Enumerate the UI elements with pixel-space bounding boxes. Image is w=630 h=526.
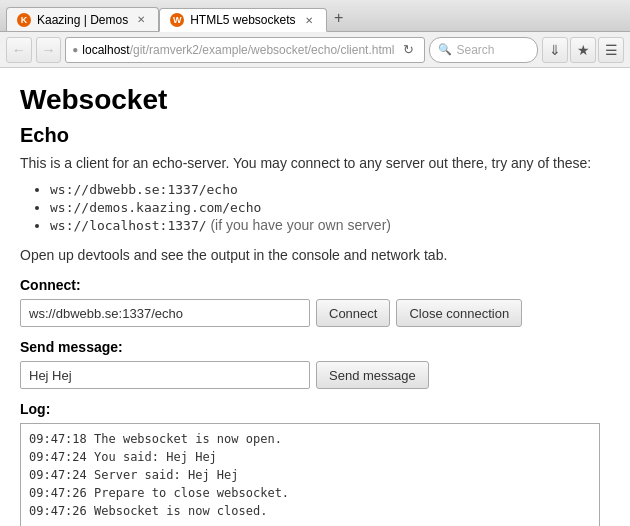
echo-heading: Echo xyxy=(20,124,610,147)
page-title: Websocket xyxy=(20,84,610,116)
send-label: Send message: xyxy=(20,339,610,355)
address-bar-wrapper[interactable]: ● localhost/git/ramverk2/example/websock… xyxy=(65,37,425,63)
tab-websockets[interactable]: W HTML5 websockets ✕ xyxy=(159,8,326,32)
tab-kaazing-close[interactable]: ✕ xyxy=(134,13,148,27)
server-list: ws://dbwebb.se:1337/echo ws://demos.kaaz… xyxy=(50,181,610,233)
search-icon: 🔍 xyxy=(438,43,452,56)
browser-title-bar: K Kaazing | Demos ✕ W HTML5 websockets ✕… xyxy=(0,0,630,32)
connect-input[interactable] xyxy=(20,299,310,327)
tab-websockets-close[interactable]: ✕ xyxy=(302,13,316,27)
nav-action-buttons: ⇓ ★ ☰ xyxy=(542,37,624,63)
server-note: (if you have your own server) xyxy=(210,217,391,233)
refresh-button[interactable]: ↻ xyxy=(398,40,418,60)
server-url-2: ws://demos.kaazing.com/echo xyxy=(50,200,261,215)
forward-button[interactable]: → xyxy=(36,37,62,63)
connect-section: Connect: Connect Close connection xyxy=(20,277,610,327)
send-message-button[interactable]: Send message xyxy=(316,361,429,389)
tab-kaazing-icon: K xyxy=(17,13,31,27)
search-placeholder: Search xyxy=(456,43,494,57)
address-path: /git/ramverk2/example/websocket/echo/cli… xyxy=(130,43,395,57)
list-item: ws://localhost:1337/ (if you have your o… xyxy=(50,217,610,233)
search-bar[interactable]: 🔍 Search xyxy=(429,37,538,63)
page-content: Websocket Echo This is a client for an e… xyxy=(0,68,630,526)
back-button[interactable]: ← xyxy=(6,37,32,63)
log-line: 09:47:24 You said: Hej Hej xyxy=(29,448,591,466)
message-input[interactable] xyxy=(20,361,310,389)
connect-label: Connect: xyxy=(20,277,610,293)
tab-websockets-label: HTML5 websockets xyxy=(190,13,295,27)
location-icon: ● xyxy=(72,44,78,55)
log-line: 09:47:26 Prepare to close websocket. xyxy=(29,484,591,502)
page-description: This is a client for an echo-server. You… xyxy=(20,155,610,171)
send-row: Send message xyxy=(20,361,610,389)
bookmark-button[interactable]: ★ xyxy=(570,37,596,63)
send-section: Send message: Send message xyxy=(20,339,610,389)
tab-websockets-icon: W xyxy=(170,13,184,27)
address-host: localhost xyxy=(82,43,129,57)
log-section: Log: 09:47:18 The websocket is now open.… xyxy=(20,401,610,526)
log-line: 09:47:26 Websocket is now closed. xyxy=(29,502,591,520)
tab-kaazing-label: Kaazing | Demos xyxy=(37,13,128,27)
log-area: 09:47:18 The websocket is now open.09:47… xyxy=(20,423,600,526)
connect-row: Connect Close connection xyxy=(20,299,610,327)
new-tab-button[interactable]: + xyxy=(327,7,351,31)
server-url-1: ws://dbwebb.se:1337/echo xyxy=(50,182,238,197)
devtools-note: Open up devtools and see the output in t… xyxy=(20,247,610,263)
log-line: 09:47:18 The websocket is now open. xyxy=(29,430,591,448)
log-line: 09:47:24 Server said: Hej Hej xyxy=(29,466,591,484)
address-bar: localhost/git/ramverk2/example/websocket… xyxy=(82,43,394,57)
browser-nav-bar: ← → ● localhost/git/ramverk2/example/web… xyxy=(0,32,630,68)
close-connection-button[interactable]: Close connection xyxy=(396,299,522,327)
list-item: ws://demos.kaazing.com/echo xyxy=(50,199,610,215)
server-url-3: ws://localhost:1337/ xyxy=(50,218,207,233)
connect-button[interactable]: Connect xyxy=(316,299,390,327)
menu-button[interactable]: ☰ xyxy=(598,37,624,63)
log-label: Log: xyxy=(20,401,610,417)
list-item: ws://dbwebb.se:1337/echo xyxy=(50,181,610,197)
downloads-button[interactable]: ⇓ xyxy=(542,37,568,63)
tab-kaazing[interactable]: K Kaazing | Demos ✕ xyxy=(6,7,159,31)
